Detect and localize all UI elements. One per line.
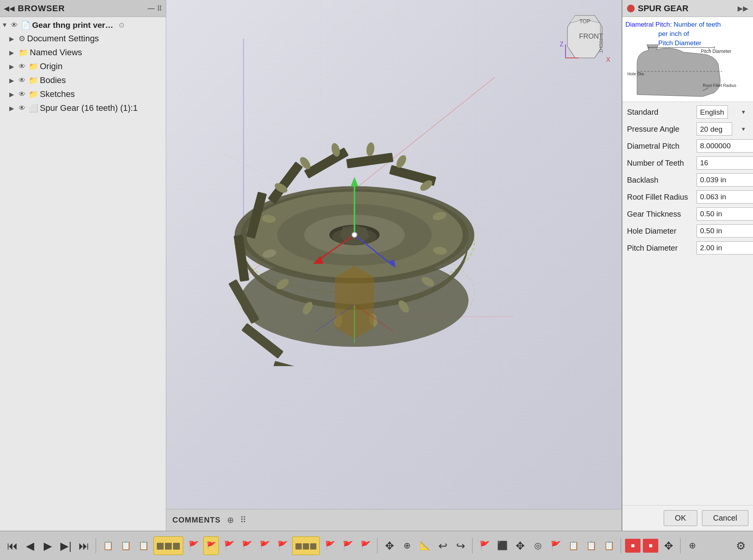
backlash-input[interactable] (697, 173, 753, 187)
doc-settings-gear-icon: ⚙ (19, 34, 26, 43)
sketches-expand[interactable]: ▶ (9, 91, 17, 98)
named-views-expand[interactable]: ▶ (9, 49, 17, 56)
spur-gear-diagram: Diametral Pitch: Number of teeth per inc… (622, 17, 753, 102)
tree-item-bodies[interactable]: ▶ 👁 📁 Bodies (0, 73, 166, 87)
browser-header: ◀◀ BROWSER — ⠿ (0, 0, 166, 17)
browser-minimize-icon[interactable]: — (148, 4, 155, 13)
named-views-folder-icon: 📁 (19, 48, 28, 57)
extrude-btn[interactable]: 📋 (118, 536, 133, 555)
root-target-icon[interactable]: ⊙ (119, 21, 124, 29)
browser-collapse-arrow[interactable]: ◀◀ (4, 4, 15, 13)
toolbar-tool-13[interactable]: 📋 (583, 536, 599, 555)
number-of-teeth-input[interactable] (697, 156, 753, 170)
toolbar-tool-4[interactable]: 🚩 (186, 536, 201, 555)
undo-btn[interactable]: ↩ (435, 536, 450, 555)
root-item-label: Gear thng print version1(sn... (32, 20, 117, 30)
spur-panel-expand-btn[interactable]: ▶▶ (738, 4, 748, 13)
svg-marker-47 (351, 177, 358, 187)
doc-settings-expand[interactable]: ▶ (9, 35, 17, 42)
cancel-button[interactable]: Cancel (702, 510, 748, 526)
svg-text:RIGHT: RIGHT (598, 39, 603, 53)
bodies-folder-icon: 📁 (29, 76, 38, 85)
transform-btn[interactable]: ✥ (661, 536, 676, 555)
bodies-eye-icon[interactable]: 👁 (19, 76, 26, 85)
tree-item-named-views[interactable]: ▶ 📁 Named Views (0, 46, 166, 59)
red-active-btn-2[interactable]: ■ (643, 539, 658, 553)
section-view-btn[interactable]: 📋 (566, 536, 581, 555)
prev-btn[interactable]: ◀ (22, 536, 38, 555)
bodies-expand[interactable]: ▶ (9, 77, 17, 84)
skip-forward-btn[interactable]: ⏭ (76, 536, 92, 555)
capture-position-btn[interactable]: ◎ (530, 536, 545, 555)
spur-gear-eye-icon[interactable]: 👁 (19, 104, 26, 112)
svg-text:Pitch Diameter: Pitch Diameter (701, 49, 731, 54)
diametral-pitch-input[interactable] (697, 139, 753, 153)
doc-settings-label: Document Settings (27, 34, 163, 44)
toolbar-tool-5[interactable]: 🚩 (221, 536, 237, 555)
origin-eye-icon[interactable]: 👁 (19, 63, 26, 71)
hole-diameter-input[interactable] (697, 224, 753, 238)
hole-diameter-label: Hole Diameter (627, 227, 697, 236)
redo-btn[interactable]: ↪ (453, 536, 468, 555)
spur-gear-expand[interactable]: ▶ (9, 105, 17, 112)
origin-folder-icon: 📁 (29, 62, 38, 71)
add-plus-btn[interactable]: ⊕ (685, 536, 700, 555)
timeline-btn[interactable]: ⬛ (494, 536, 510, 555)
svg-rect-16 (273, 361, 320, 366)
align-tool[interactable]: ⊕ (399, 536, 415, 555)
diametral-pitch-field-label: Diametral Pitch (627, 142, 697, 151)
toolbar-active-2[interactable]: 🚩 (203, 536, 219, 555)
pitch-diameter-input[interactable] (697, 241, 753, 255)
toolbar-tool-8[interactable]: 🚩 (274, 536, 290, 555)
diametral-pitch-row: Diametral Pitch (627, 139, 748, 153)
standard-select[interactable]: English Metric (697, 105, 728, 119)
origin-expand[interactable]: ▶ (9, 63, 17, 70)
red-active-btn-1[interactable]: ■ (625, 539, 641, 553)
tree-root-item[interactable]: ▼ 👁 📄 Gear thng print version1(sn... ⊙ (0, 19, 166, 32)
toolbar-tool-10[interactable]: 🚩 (340, 536, 355, 555)
skip-back-btn[interactable]: ⏮ (5, 536, 20, 555)
move-tool-toolbar[interactable]: ✥ (382, 536, 397, 555)
component-tool[interactable]: 🚩 (548, 536, 563, 555)
revolve-btn[interactable]: 📋 (136, 536, 151, 555)
toolbar-active-3[interactable]: ▦▦▦ (292, 536, 320, 555)
tree-item-origin[interactable]: ▶ 👁 📁 Origin (0, 59, 166, 73)
spur-gear-label: Spur Gear (16 teeth) (1):1 (40, 103, 163, 113)
svg-text:Z: Z (560, 41, 564, 48)
toolbar-tool-14[interactable]: 📋 (601, 536, 617, 555)
settings-btn[interactable]: ⚙ (733, 536, 748, 555)
pressure-angle-select[interactable]: 20 deg 14.5 deg 25 deg (697, 122, 732, 136)
create-sketch-btn[interactable]: 📋 (100, 536, 116, 555)
svg-text:TOP: TOP (579, 18, 591, 24)
number-of-teeth-row: Number of Teeth (627, 156, 748, 170)
next-btn[interactable]: ▶| (58, 536, 74, 555)
tree-item-document-settings[interactable]: ▶ ⚙ Document Settings (0, 32, 166, 46)
toolbar-tool-9[interactable]: 🚩 (322, 536, 337, 555)
add-comment-btn[interactable]: ⊕ (227, 515, 234, 525)
move-joint-btn[interactable]: ✥ (512, 536, 528, 555)
viewport[interactable]: FRONT TOP RIGHT Z X ✥ ▾ ⬜ ✋ ⊕ 🔍 (166, 0, 622, 531)
gear-thickness-input[interactable] (697, 207, 753, 221)
spur-diagram-label: Diametral Pitch: Number of teeth per inc… (625, 20, 721, 48)
root-expand-arrow[interactable]: ▼ (2, 22, 9, 29)
browser-panel: ◀◀ BROWSER — ⠿ ▼ 👁 📄 Gear thng print ver… (0, 0, 166, 531)
ok-button[interactable]: OK (664, 510, 697, 526)
backlash-label: Backlash (627, 176, 697, 185)
tree-item-sketches[interactable]: ▶ 👁 📁 Sketches (0, 87, 166, 101)
svg-text:Root Fillet Radius: Root Fillet Radius (703, 83, 736, 88)
navigation-cube[interactable]: FRONT TOP RIGHT Z X (556, 8, 614, 66)
play-btn[interactable]: ▶ (40, 536, 56, 555)
comments-drag-handle[interactable]: ⠿ (240, 515, 246, 525)
root-eye-icon[interactable]: 👁 (11, 21, 18, 29)
measure-tool[interactable]: 📐 (417, 536, 433, 555)
root-fillet-radius-input[interactable] (697, 190, 753, 204)
toolbar-active-1[interactable]: ▦▦▦ (153, 536, 183, 555)
backlash-row: Backlash (627, 173, 748, 187)
toolbar-tool-7[interactable]: 🚩 (257, 536, 272, 555)
browser-drag-icon[interactable]: ⠿ (157, 4, 162, 13)
toolbar-tool-6[interactable]: 🚩 (239, 536, 254, 555)
toolbar-tool-12[interactable]: 🚩 (477, 536, 492, 555)
toolbar-tool-11[interactable]: 🚩 (358, 536, 373, 555)
tree-item-spur-gear[interactable]: ▶ 👁 ⬜ Spur Gear (16 teeth) (1):1 (0, 101, 166, 115)
sketches-eye-icon[interactable]: 👁 (19, 90, 26, 98)
